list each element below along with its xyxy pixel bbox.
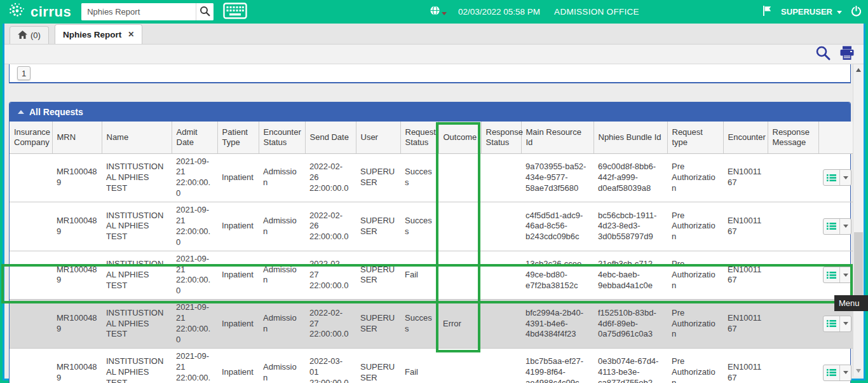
cell-patient_type: Inpatient bbox=[217, 300, 259, 349]
column-header-request_type[interactable]: Request type bbox=[667, 122, 723, 153]
column-header-response_status[interactable]: Response Status bbox=[481, 122, 521, 153]
cell-mrn: MR1000489 bbox=[52, 348, 102, 383]
cell-patient_type: Inpatient bbox=[217, 202, 259, 251]
column-header-outcome[interactable]: Outcome bbox=[438, 122, 481, 153]
cell-request_status: Fail bbox=[400, 348, 438, 383]
menu-list-icon[interactable] bbox=[824, 267, 840, 282]
column-header-mrn[interactable]: MRN bbox=[52, 122, 102, 153]
power-icon bbox=[851, 6, 862, 18]
cell-patient_type: Inpatient bbox=[217, 348, 259, 383]
column-header-actions bbox=[818, 122, 853, 153]
menu-list-icon[interactable] bbox=[824, 219, 840, 234]
flag-icon bbox=[762, 5, 772, 18]
cell-response_status bbox=[481, 300, 521, 349]
table-row[interactable]: MR1000489INSTITUSTIONAL NPHIES TEST2021-… bbox=[10, 202, 853, 251]
virtual-keyboard-button[interactable] bbox=[223, 3, 247, 21]
menu-dropdown-button[interactable] bbox=[840, 316, 851, 331]
column-header-name[interactable]: Name bbox=[102, 122, 172, 153]
menu-list-icon[interactable] bbox=[824, 170, 840, 185]
cell-main_resource_id: c4f5d5d1-adc9-46ad-8c56-b243cdc09b6c bbox=[521, 202, 593, 251]
column-header-encounter_status[interactable]: Encounter Status bbox=[259, 122, 305, 153]
column-header-send_date[interactable]: Send Date bbox=[305, 122, 356, 153]
row-menu-button[interactable] bbox=[823, 365, 851, 381]
menu-tooltip: Menu bbox=[834, 295, 868, 311]
toolbar-search-button[interactable] bbox=[815, 46, 831, 62]
cell-outcome bbox=[438, 251, 481, 300]
logout-button[interactable] bbox=[851, 6, 862, 18]
vertical-scrollbar[interactable] bbox=[853, 64, 864, 377]
scroll-down-icon[interactable] bbox=[856, 369, 861, 373]
cell-response_message bbox=[768, 251, 818, 300]
tab-nphies-report[interactable]: Nphies Report ✕ bbox=[55, 24, 142, 44]
cell-main_resource_id: 9a703955-ba52-434e-9577-58ae7d3f5680 bbox=[521, 153, 593, 202]
cell-request_status: Success bbox=[400, 300, 438, 349]
page-toolbar bbox=[4, 45, 864, 64]
app-logo: cirrus bbox=[8, 1, 81, 23]
cell-admit_date: 2021-09-21 22:00:00.0 bbox=[172, 153, 217, 202]
cell-user: SUPERUSER bbox=[356, 202, 400, 251]
column-header-user[interactable]: User bbox=[356, 122, 400, 153]
table-row[interactable]: MR1000489INSTITUSTIONAL NPHIES TEST2021-… bbox=[10, 251, 853, 300]
column-header-response_message[interactable]: Response Message bbox=[768, 122, 818, 153]
toolbar-print-button[interactable] bbox=[839, 46, 855, 62]
cell-encounter: EN1001167 bbox=[723, 202, 768, 251]
language-selector[interactable] bbox=[430, 5, 447, 18]
panel-title: All Requests bbox=[29, 107, 83, 117]
flag-button[interactable] bbox=[762, 5, 772, 18]
row-menu-button[interactable] bbox=[823, 316, 851, 332]
table-row[interactable]: MR1000489INSTITUSTIONAL NPHIES TEST2021-… bbox=[10, 348, 853, 383]
cell-response_status bbox=[481, 153, 521, 202]
cell-encounter_status: Admission bbox=[259, 300, 305, 349]
triangle-up-icon bbox=[18, 110, 24, 114]
scrollbar-thumb[interactable] bbox=[854, 232, 863, 299]
cell-main_resource_id: 13cb2c26-ccee-49ce-bd80-e7f2ba38152c bbox=[521, 251, 593, 300]
caret-down-icon bbox=[843, 274, 848, 277]
column-header-admit_date[interactable]: Admit Date bbox=[172, 122, 217, 153]
table-row[interactable]: MR1000489INSTITUSTIONAL NPHIES TEST2021-… bbox=[10, 153, 853, 202]
global-search-button[interactable] bbox=[196, 3, 214, 20]
datetime-label: 02/03/2022 05:58 PM bbox=[458, 7, 540, 17]
tab-home[interactable]: (0) bbox=[10, 26, 49, 44]
cell-send_date: 2022-03-01 22:00:00.0 bbox=[305, 348, 356, 383]
cell-request_type: Pre Authorization bbox=[667, 153, 723, 202]
row-menu-button[interactable] bbox=[823, 267, 851, 283]
upper-panel-page-button[interactable]: 1 bbox=[17, 66, 31, 80]
column-header-patient_type[interactable]: Patient Type bbox=[217, 122, 259, 153]
cell-main_resource_id: bfc2994a-2b40-4391-b4e6-4bd4384f4f23 bbox=[521, 300, 593, 349]
column-header-main_resource_id[interactable]: Main Resource Id bbox=[521, 122, 593, 153]
cell-admit_date: 2021-09-21 22:00:00.0 bbox=[172, 251, 217, 300]
cell-user: SUPERUSER bbox=[356, 348, 400, 383]
cell-name: INSTITUSTIONAL NPHIES TEST bbox=[102, 251, 172, 300]
cell-user: SUPERUSER bbox=[356, 153, 400, 202]
column-header-encounter[interactable]: Encounter bbox=[723, 122, 768, 153]
row-menu-button[interactable] bbox=[823, 169, 851, 186]
table-row[interactable]: MR1000489INSTITUSTIONAL NPHIES TEST2021-… bbox=[10, 300, 853, 349]
cell-outcome: Error bbox=[438, 300, 481, 349]
cell-nphies_bundle_id: bc56cbcb-1911-4d23-8ed3-3d0b558797d9 bbox=[593, 202, 667, 251]
cell-name: INSTITUSTIONAL NPHIES TEST bbox=[102, 153, 172, 202]
cell-response_message bbox=[768, 300, 818, 349]
menu-list-icon[interactable] bbox=[824, 316, 840, 331]
caret-down-icon bbox=[843, 371, 848, 374]
menu-dropdown-button[interactable] bbox=[840, 170, 851, 185]
cell-name: INSTITUSTIONAL NPHIES TEST bbox=[102, 202, 172, 251]
cell-actions bbox=[818, 153, 853, 202]
menu-dropdown-button[interactable] bbox=[840, 365, 851, 380]
column-header-insurance_company[interactable]: Insurance Company bbox=[10, 122, 52, 153]
scroll-up-icon[interactable] bbox=[856, 68, 861, 72]
column-header-nphies_bundle_id[interactable]: Nphies Bundle Id bbox=[593, 122, 667, 153]
all-requests-header[interactable]: All Requests bbox=[10, 102, 850, 122]
caret-down-icon bbox=[843, 322, 848, 325]
menu-dropdown-button[interactable] bbox=[840, 219, 851, 234]
menu-list-icon[interactable] bbox=[824, 365, 840, 380]
cell-nphies_bundle_id: 0e3b074e-67d4-4113-be3e-ca877d755eb2 bbox=[593, 348, 667, 383]
cell-patient_type: Inpatient bbox=[217, 251, 259, 300]
column-header-request_status[interactable]: Request Status bbox=[400, 122, 438, 153]
close-icon[interactable]: ✕ bbox=[128, 31, 134, 38]
user-menu[interactable]: SUPERUSER bbox=[781, 7, 842, 17]
cell-insurance_company bbox=[10, 348, 52, 383]
global-search-input[interactable] bbox=[81, 3, 196, 20]
row-menu-button[interactable] bbox=[823, 218, 851, 235]
table-header-row: Insurance CompanyMRNNameAdmit DatePatien… bbox=[10, 122, 853, 153]
menu-dropdown-button[interactable] bbox=[840, 267, 851, 282]
